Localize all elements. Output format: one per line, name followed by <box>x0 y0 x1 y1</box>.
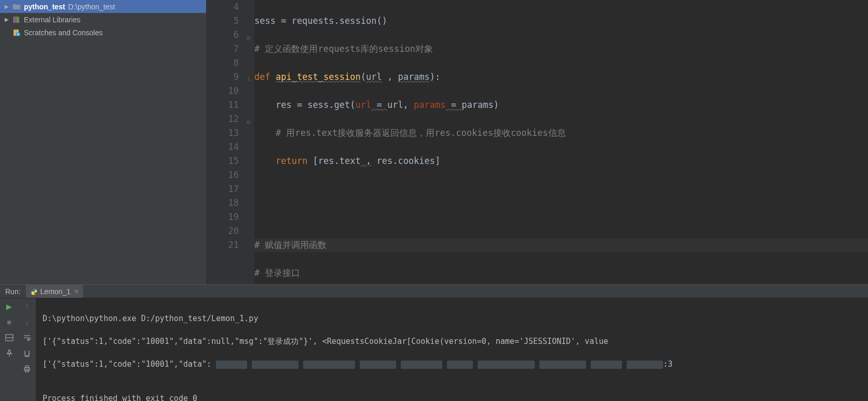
line-number[interactable]: 13 <box>207 126 239 140</box>
layout-button[interactable] <box>4 333 15 343</box>
line-number[interactable]: 21 <box>207 238 239 252</box>
stop-button[interactable]: ■ <box>4 317 15 327</box>
external-libraries-item[interactable]: ▶ External Libraries <box>0 13 206 26</box>
line-number[interactable]: 14 <box>207 140 239 154</box>
line-number[interactable]: 16 <box>207 168 239 182</box>
console-output[interactable]: D:\python\python.exe D:/python_test/Lemo… <box>36 298 868 401</box>
project-sidebar[interactable]: ▶ python_test D:\python_test ▶ External … <box>0 0 207 284</box>
python-file-icon <box>30 288 37 295</box>
scratches-icon <box>12 29 21 37</box>
soft-wrap-button[interactable] <box>22 333 32 343</box>
scroll-to-end-button[interactable] <box>22 348 32 358</box>
down-button[interactable]: ↓ <box>22 317 32 327</box>
svg-rect-1 <box>15 17 16 23</box>
line-number[interactable]: 17 <box>207 182 239 196</box>
line-number[interactable]: 12⊟ <box>207 112 239 126</box>
line-number[interactable]: 19 <box>207 210 239 224</box>
line-number[interactable]: 4 <box>207 0 239 14</box>
run-toolbar-left: ▶ ■ <box>0 298 18 401</box>
run-tab[interactable]: Lemon_1 ✕ <box>26 285 83 298</box>
fold-end-icon[interactable]: └ <box>244 73 250 79</box>
run-toolbar-right: ↑ ↓ <box>18 298 36 401</box>
line-number[interactable]: 11 <box>207 98 239 112</box>
line-number[interactable]: 5 <box>207 14 239 28</box>
console-line: D:\python\python.exe D:/python_test/Lemo… <box>43 313 862 324</box>
svg-rect-3 <box>18 17 19 23</box>
code-area[interactable]: sess = requests.session() # 定义函数使用reques… <box>254 0 868 284</box>
line-number[interactable]: 8 <box>207 56 239 70</box>
svg-rect-0 <box>13 17 15 23</box>
line-number[interactable]: 7 <box>207 42 239 56</box>
run-panel-body: ▶ ■ ↑ ↓ D:\python\python.exe D:/python_t… <box>0 298 868 401</box>
console-line: Process finished with exit code 0 <box>43 393 862 401</box>
chevron-right-icon[interactable]: ▶ <box>4 17 9 22</box>
editor-gutter[interactable]: 4 5 6⊟ 7 8 9└ 10 11 12⊟ 13 14 15 16 17 1… <box>207 0 254 284</box>
up-button[interactable]: ↑ <box>22 301 32 312</box>
project-root-item[interactable]: ▶ python_test D:\python_test <box>0 0 206 13</box>
svg-rect-2 <box>17 17 18 23</box>
line-number[interactable]: 9└ <box>207 70 239 84</box>
close-icon[interactable]: ✕ <box>74 288 79 295</box>
run-panel-header[interactable]: Run: Lemon_1 ✕ <box>0 284 868 298</box>
line-number[interactable]: 6⊟ <box>207 28 239 42</box>
svg-rect-10 <box>25 366 29 368</box>
line-number[interactable]: 10 <box>207 84 239 98</box>
scratches-item[interactable]: Scratches and Consoles <box>0 26 206 39</box>
fold-marker-icon[interactable]: ⊟ <box>244 115 250 121</box>
rerun-button[interactable]: ▶ <box>4 301 15 312</box>
project-path: D:\python_test <box>68 3 115 11</box>
line-number[interactable]: 20 <box>207 224 239 238</box>
scratches-label: Scratches and Consoles <box>24 29 103 37</box>
pin-button[interactable] <box>4 348 15 358</box>
folder-icon <box>12 3 21 11</box>
console-line: ['{"status":1,"code":"10001","data":null… <box>43 336 862 347</box>
print-button[interactable] <box>22 364 32 374</box>
chevron-right-icon[interactable]: ▶ <box>4 4 9 9</box>
external-libraries-label: External Libraries <box>24 16 80 24</box>
run-label: Run: <box>5 287 21 296</box>
project-name: python_test <box>24 3 65 11</box>
line-number[interactable]: 15 <box>207 154 239 168</box>
console-line: ['{"status":1,"code":"10001","data": :3 <box>43 358 862 370</box>
code-editor[interactable]: 4 5 6⊟ 7 8 9└ 10 11 12⊟ 13 14 15 16 17 1… <box>207 0 868 284</box>
run-tab-label: Lemon_1 <box>40 287 71 296</box>
line-number[interactable]: 18 <box>207 196 239 210</box>
fold-marker-icon[interactable]: ⊟ <box>244 31 250 37</box>
library-icon <box>12 16 21 24</box>
